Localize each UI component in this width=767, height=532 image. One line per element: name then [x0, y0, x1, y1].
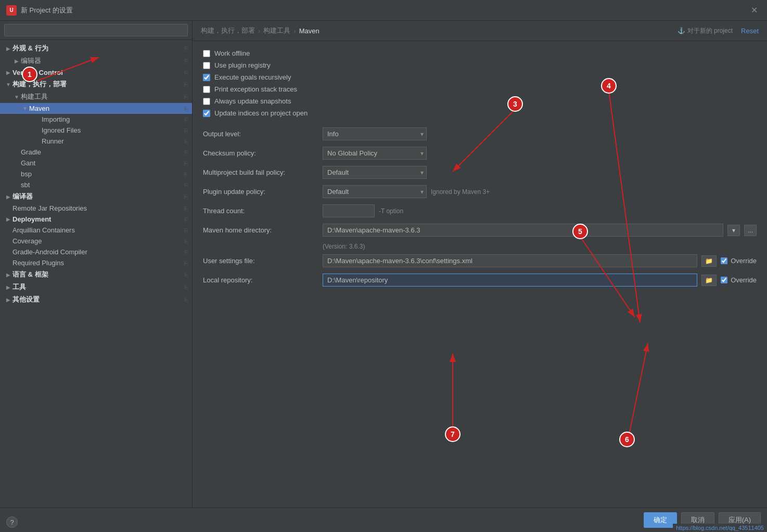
multiproject-build-control: Default Fail Fast Fail Never	[323, 166, 757, 179]
local-repo-browse-btn[interactable]: 📁	[701, 275, 717, 286]
settings-content: Work offline Use plugin registry Execute…	[193, 41, 767, 508]
arrow-icon: ▼	[21, 106, 29, 111]
sidebar-item-editor[interactable]: ▶ 编辑器 ⎘	[0, 55, 192, 67]
copy-icon: ⎘	[184, 227, 188, 233]
arrow-icon: ▶	[4, 194, 12, 200]
plugin-update-select[interactable]: Default Never Always	[323, 185, 427, 198]
override-label: Override	[731, 257, 757, 265]
copy-icon: ⎘	[184, 238, 188, 244]
checksum-policy-label: Checksum policy:	[203, 149, 323, 157]
multiproject-build-select[interactable]: Default Fail Fast Fail Never	[323, 166, 427, 179]
checksum-policy-select[interactable]: No Global Policy Strict Warn	[323, 147, 427, 160]
override-label2: Override	[731, 276, 757, 284]
always-update-label: Always update snapshots	[214, 97, 291, 105]
copy-icon: ⎘	[184, 127, 188, 134]
checkbox-update-indices: Update indices on project open	[203, 109, 757, 117]
thread-count-hint: -T option	[379, 207, 403, 215]
maven-home-dropdown-btn[interactable]: ▾	[727, 225, 740, 236]
output-level-dropdown-wrapper: Info Debug Warning Error	[323, 127, 427, 140]
sidebar-item-arquillian[interactable]: Arquillian Containers ⎘	[0, 225, 192, 236]
always-update-checkbox[interactable]	[203, 98, 210, 105]
output-level-label: Output level:	[203, 130, 323, 138]
maven-home-browse-btn[interactable]: ...	[744, 225, 757, 236]
sidebar-item-lang-framework[interactable]: ▶ 语言 & 框架 ⎘	[0, 268, 192, 281]
output-level-select[interactable]: Info Debug Warning Error	[323, 127, 427, 140]
sidebar-item-ignored-files[interactable]: Ignored Files ⎘	[0, 125, 192, 136]
copy-icon: ⎘	[184, 81, 188, 87]
checksum-policy-dropdown-wrapper: No Global Policy Strict Warn	[323, 147, 427, 160]
title-bar-left: U 新 Project 的设置	[6, 5, 73, 16]
header-right: ⚓ 对于新的 project Reset	[677, 27, 759, 35]
sidebar-item-build-tools[interactable]: ▼ 构建工具 ⎘	[0, 90, 192, 103]
search-input[interactable]	[4, 24, 188, 36]
main-panel: 构建，执行，部署 › 构建工具 › Maven ⚓ 对于新的 project R…	[193, 21, 767, 508]
dialog-title: 新 Project 的设置	[21, 6, 73, 15]
sidebar-item-maven[interactable]: ▼ Maven ⎘	[0, 103, 192, 114]
bottom-bar: 确定 取消 应用(A)	[0, 508, 767, 532]
arrow-icon: ▶	[4, 297, 12, 303]
user-settings-control: 📁 Override	[323, 254, 757, 267]
sidebar-item-build-deploy[interactable]: ▼ 构建，执行，部署 ⎘	[0, 78, 192, 90]
copy-icon: ⎘	[184, 260, 188, 266]
sidebar-item-version-control[interactable]: ▶ Version Control ⎘	[0, 67, 192, 78]
thread-count-input[interactable]	[323, 204, 375, 217]
work-offline-checkbox[interactable]	[203, 50, 210, 57]
arrow-icon: ▼	[4, 82, 12, 87]
form-row-local-repo: Local repository: 📁 Override	[203, 274, 757, 287]
execute-goals-checkbox[interactable]	[203, 74, 210, 81]
plugin-update-label: Plugin update policy:	[203, 188, 323, 196]
user-settings-input[interactable]	[323, 254, 697, 267]
sidebar-item-gradle[interactable]: Gradle ⎘	[0, 147, 192, 158]
form-row-checksum-policy: Checksum policy: No Global Policy Strict…	[203, 147, 757, 160]
sidebar-item-sbt[interactable]: sbt ⎘	[0, 179, 192, 190]
copy-icon: ⎘	[184, 171, 188, 177]
print-exception-checkbox[interactable]	[203, 86, 210, 93]
sidebar-item-other-settings[interactable]: ▶ 其他设置 ⎘	[0, 293, 192, 306]
checkbox-use-plugin-registry: Use plugin registry	[203, 61, 757, 69]
copy-icon: ⎘	[184, 138, 188, 145]
copy-icon: ⎘	[184, 58, 188, 64]
maven-home-label: Maven home directory:	[203, 226, 323, 234]
sidebar-item-coverage[interactable]: Coverage ⎘	[0, 236, 192, 246]
use-plugin-registry-checkbox[interactable]	[203, 62, 210, 69]
arrow-icon: ▶	[4, 70, 12, 75]
sidebar-item-compilers[interactable]: ▶ 编译器 ⎘	[0, 190, 192, 203]
thread-count-control: -T option	[323, 204, 757, 217]
sidebar-item-runner[interactable]: Runner ⎘	[0, 136, 192, 147]
update-indices-checkbox[interactable]	[203, 110, 210, 117]
title-bar: U 新 Project 的设置 ✕	[0, 0, 767, 21]
user-settings-override-checkbox[interactable]	[721, 257, 727, 264]
confirm-button[interactable]: 确定	[644, 512, 677, 528]
sidebar-item-gradle-android[interactable]: Gradle-Android Compiler ⎘	[0, 246, 192, 257]
sidebar-item-appearance[interactable]: ▶ 外观 & 行为 ⎘	[0, 42, 192, 55]
sidebar-item-tools[interactable]: ▶ 工具 ⎘	[0, 281, 192, 293]
thread-count-label: Thread count:	[203, 207, 323, 215]
sidebar-item-required-plugins[interactable]: Required Plugins ⎘	[0, 257, 192, 268]
tree-container: ▶ 外观 & 行为 ⎘ ▶ 编辑器 ⎘ ▶ Version Control ⎘	[0, 40, 192, 508]
content-area: ▶ 外观 & 行为 ⎘ ▶ 编辑器 ⎘ ▶ Version Control ⎘	[0, 21, 767, 508]
copy-icon: ⎘	[184, 160, 188, 166]
local-repo-control: 📁 Override	[323, 274, 757, 287]
app-icon: U	[6, 5, 17, 16]
sidebar-item-deployment[interactable]: ▶ Deployment ⎘	[0, 214, 192, 225]
form-row-multiproject-build: Multiproject build fail policy: Default …	[203, 166, 757, 179]
local-repo-input[interactable]	[323, 274, 697, 287]
print-exception-label: Print exception stack traces	[214, 85, 297, 93]
copy-icon: ⎘	[184, 249, 188, 255]
sidebar-item-remote-jar[interactable]: Remote Jar Repositories ⎘	[0, 203, 192, 214]
sidebar-item-bsp[interactable]: bsp ⎘	[0, 168, 192, 179]
form-row-plugin-update: Plugin update policy: Default Never Alwa…	[203, 185, 757, 198]
sidebar-item-gant[interactable]: Gant ⎘	[0, 158, 192, 168]
reset-button[interactable]: Reset	[741, 27, 759, 35]
local-repo-label: Local repository:	[203, 276, 323, 284]
local-repo-override-checkbox[interactable]	[721, 277, 727, 283]
form-row-thread-count: Thread count: -T option	[203, 204, 757, 217]
sidebar-item-importing[interactable]: Importing ⎘	[0, 114, 192, 125]
help-button[interactable]: ?	[6, 516, 18, 528]
arrow-icon: ▶	[4, 46, 12, 51]
close-button[interactable]: ✕	[748, 4, 761, 16]
multiproject-build-label: Multiproject build fail policy:	[203, 168, 323, 176]
multiproject-build-dropdown-wrapper: Default Fail Fast Fail Never	[323, 166, 427, 179]
maven-home-input[interactable]	[323, 224, 723, 237]
user-settings-browse-btn[interactable]: 📁	[701, 255, 717, 267]
